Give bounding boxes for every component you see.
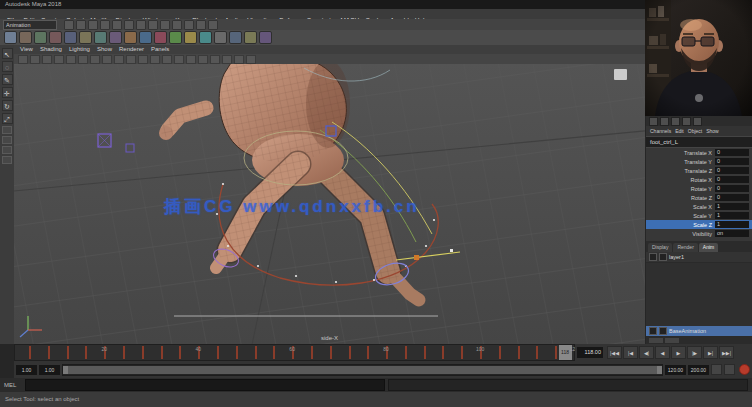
filter-icon[interactable] (671, 117, 680, 126)
shelf-skin-icon[interactable] (154, 31, 167, 44)
auto-keyframe-toggle[interactable] (739, 364, 750, 375)
keyframe-tick[interactable] (311, 346, 313, 359)
camera-attributes-icon[interactable] (42, 55, 52, 64)
anti-alias-icon[interactable] (246, 55, 256, 64)
lasso-tool[interactable]: ◌ (2, 61, 13, 72)
shelf-text-icon[interactable] (109, 31, 122, 44)
select-camera-icon[interactable] (18, 55, 28, 64)
keyframe-tick[interactable] (367, 346, 369, 359)
dock-tab-1[interactable] (649, 338, 663, 343)
layout-single-view-button[interactable] (2, 126, 12, 134)
shelf-circle-icon[interactable] (94, 31, 107, 44)
panel-menu-show[interactable]: Show (97, 45, 112, 54)
film-gate-icon[interactable] (114, 55, 124, 64)
use-lights-icon[interactable] (210, 55, 220, 64)
shadows-icon[interactable] (222, 55, 232, 64)
shelf-playblast-icon[interactable] (199, 31, 212, 44)
pin-icon[interactable] (693, 117, 702, 126)
keyframe-tick[interactable] (518, 346, 520, 359)
snap-plane-icon[interactable] (160, 20, 170, 30)
keyframe-tick[interactable] (405, 346, 407, 359)
screen-space-ao-icon[interactable] (234, 55, 244, 64)
channel-row-scale-y[interactable]: Scale Y1 (646, 211, 752, 220)
channel-value-field[interactable]: 0 (715, 158, 749, 165)
go-to-start-button[interactable]: |◀◀ (607, 346, 622, 359)
shelf-graph-icon[interactable] (214, 31, 227, 44)
play-forwards-button[interactable]: ▶ (671, 346, 686, 359)
gate-mask-icon[interactable] (138, 55, 148, 64)
character-set-menu-icon[interactable] (711, 364, 722, 375)
snap-curve-icon[interactable] (136, 20, 146, 30)
open-scene-icon[interactable] (76, 20, 86, 30)
command-line-input[interactable] (25, 379, 385, 391)
playback-start-field[interactable]: 1.00 (39, 365, 60, 375)
rotate-tool[interactable]: ↻ (2, 100, 13, 111)
menu-set-selector[interactable]: Animation (3, 20, 57, 30)
step-back-frame-button[interactable]: |◀ (623, 346, 638, 359)
wireframe-icon[interactable] (174, 55, 184, 64)
snap-point-icon[interactable] (148, 20, 158, 30)
current-frame-field[interactable]: 118.00 (577, 347, 603, 358)
resolution-gate-icon[interactable] (126, 55, 136, 64)
channel-box-menu-show[interactable]: Show (706, 128, 719, 134)
panel-menu-panels[interactable]: Panels (151, 45, 169, 54)
range-slider[interactable] (62, 364, 663, 376)
keyframe-tick[interactable] (179, 346, 181, 359)
current-time-marker[interactable]: 118 (559, 345, 572, 360)
animation-start-field[interactable]: 1.00 (16, 365, 37, 375)
shelf-constraint-icon[interactable] (169, 31, 182, 44)
channel-row-translate-y[interactable]: Translate Y0 (646, 157, 752, 166)
channel-box-menu-object[interactable]: Object (688, 128, 702, 134)
keyframe-tick[interactable] (273, 346, 275, 359)
keyframe-tick[interactable] (236, 346, 238, 359)
keyframe-tick[interactable] (217, 346, 219, 359)
panel-menu-renderer[interactable]: Renderer (119, 45, 144, 54)
animation-preferences-icon[interactable] (724, 364, 735, 375)
keyframe-tick[interactable] (442, 346, 444, 359)
command-line-mode-toggle[interactable]: MEL (4, 382, 22, 388)
dock-tab-2[interactable] (665, 338, 679, 343)
lock-camera-icon[interactable] (30, 55, 40, 64)
keyframe-tick[interactable] (161, 346, 163, 359)
layer-visibility-toggle[interactable] (649, 327, 657, 335)
shelf-camera-icon[interactable] (229, 31, 242, 44)
keyframe-tick[interactable] (330, 346, 332, 359)
layer-playback-toggle[interactable] (659, 327, 667, 335)
keyframe-tick[interactable] (255, 346, 257, 359)
layer-tab-display[interactable]: Display (648, 243, 672, 252)
shelf-key-icon[interactable] (184, 31, 197, 44)
step-forward-key-button[interactable]: |▶ (687, 346, 702, 359)
render-view-icon[interactable] (184, 20, 194, 30)
viewport-panel[interactable]: ViewShadingLightingShowRendererPanels (14, 45, 645, 344)
channel-value-field[interactable]: 1 (715, 203, 749, 210)
shaded-icon[interactable] (186, 55, 196, 64)
scale-tool[interactable]: ⤢ (2, 113, 13, 124)
shelf-ik-icon[interactable] (139, 31, 152, 44)
safe-title-icon[interactable] (162, 55, 172, 64)
layer-row-baseanimation[interactable]: BaseAnimation (646, 326, 752, 337)
new-scene-icon[interactable] (64, 20, 74, 30)
shelf-shader-icon[interactable] (259, 31, 272, 44)
layer-row-layer1[interactable]: layer1 (646, 252, 752, 263)
channel-row-rotate-y[interactable]: Rotate Y0 (646, 184, 752, 193)
keyframe-tick[interactable] (555, 346, 557, 359)
shelf-curve-icon[interactable] (79, 31, 92, 44)
channel-row-translate-z[interactable]: Translate Z0 (646, 166, 752, 175)
grease-pencil-icon[interactable] (90, 55, 100, 64)
keyframe-tick[interactable] (461, 346, 463, 359)
keyframe-tick[interactable] (499, 346, 501, 359)
playback-end-field[interactable]: 120.00 (665, 365, 686, 375)
panel-menu-lighting[interactable]: Lighting (69, 45, 90, 54)
shelf-cube-icon[interactable] (19, 31, 32, 44)
channel-row-rotate-z[interactable]: Rotate Z0 (646, 193, 752, 202)
layer-tab-render[interactable]: Render (673, 243, 697, 252)
channel-box-object-name[interactable]: foot_ctrl_L (646, 136, 752, 148)
channel-box-menu-edit[interactable]: Edit (675, 128, 684, 134)
shelf-cylinder-icon[interactable] (34, 31, 47, 44)
layout-persp-outliner-button[interactable] (2, 146, 12, 154)
grid-toggle-icon[interactable] (102, 55, 112, 64)
go-to-end-button[interactable]: ▶▶| (719, 346, 734, 359)
range-end-handle[interactable] (657, 366, 662, 374)
keyframe-tick[interactable] (48, 346, 50, 359)
keyframe-tick[interactable] (349, 346, 351, 359)
